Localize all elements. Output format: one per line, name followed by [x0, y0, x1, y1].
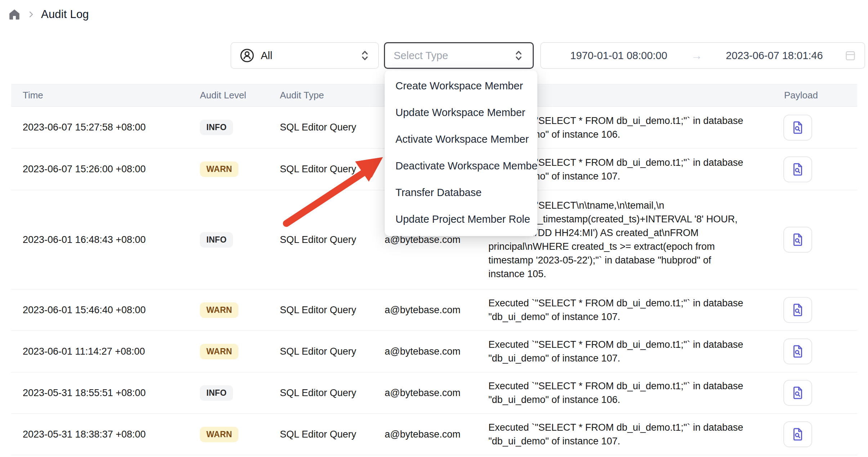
chevron-right-icon: [27, 10, 35, 19]
chevron-up-down-icon: [359, 49, 370, 62]
file-search-icon: [790, 344, 805, 359]
cell-audit-type: SQL Editor Query: [280, 429, 385, 440]
type-option[interactable]: Update Project Member Role: [385, 206, 537, 232]
table-row: 2023-05-31 18:38:37 +08:00 WARN SQL Edit…: [11, 414, 857, 455]
cell-actor: a@bytebase.com: [385, 387, 488, 399]
actor-filter-select[interactable]: All: [231, 42, 379, 69]
table-row: 2023-05-31 18:55:51 +08:00 INFO SQL Edit…: [11, 372, 857, 414]
cell-actor: a@bytebase.com: [385, 346, 488, 357]
header-audit-type: Audit Type: [280, 90, 385, 101]
breadcrumb: Audit Log: [8, 8, 89, 21]
level-badge: WARN: [200, 427, 238, 442]
view-payload-button[interactable]: [783, 115, 812, 141]
file-search-icon: [790, 385, 805, 400]
view-payload-button[interactable]: [783, 421, 812, 447]
home-icon[interactable]: [8, 8, 21, 21]
arrow-right-icon: →: [689, 49, 704, 62]
type-option[interactable]: Transfer Database: [385, 179, 537, 206]
table-row: 2023-06-01 11:14:27 +08:00 WARN SQL Edit…: [11, 331, 857, 372]
view-payload-button[interactable]: [783, 297, 812, 323]
file-search-icon: [790, 302, 805, 318]
level-badge: WARN: [200, 161, 238, 177]
level-badge: INFO: [200, 385, 233, 401]
cell-time: 2023-06-07 15:26:00 +08:00: [11, 164, 200, 175]
cell-audit-type: SQL Editor Query: [280, 305, 385, 316]
level-badge: INFO: [200, 120, 233, 135]
cell-audit-type: SQL Editor Query: [280, 122, 385, 133]
cell-audit-type: SQL Editor Query: [280, 164, 385, 175]
header-time: Time: [11, 90, 200, 101]
cell-time: 2023-05-31 18:55:51 +08:00: [11, 387, 200, 399]
calendar-icon: [844, 49, 856, 62]
file-search-icon: [790, 427, 805, 442]
cell-comment: Executed `"SELECT * FROM db_ui_demo.t1;"…: [488, 296, 782, 324]
file-search-icon: [790, 162, 805, 177]
view-payload-button[interactable]: [783, 156, 812, 182]
type-option[interactable]: Update Workspace Member: [385, 99, 537, 126]
cell-time: 2023-06-01 15:46:40 +08:00: [11, 305, 200, 316]
page-title: Audit Log: [41, 8, 89, 21]
chevron-up-down-icon: [513, 49, 524, 62]
date-range-picker[interactable]: 1970-01-01 08:00:00 → 2023-06-07 18:01:4…: [540, 42, 865, 69]
cell-comment: Executed `"SELECT * FROM db_ui_demo.t1;"…: [488, 338, 782, 365]
type-filter-select[interactable]: Select Type: [384, 42, 534, 69]
table-row: 2023-06-01 15:46:40 +08:00 WARN SQL Edit…: [11, 289, 857, 331]
actor-filter-value: All: [261, 50, 272, 62]
date-range-start[interactable]: 1970-01-01 08:00:00: [549, 50, 689, 62]
view-payload-button[interactable]: [783, 380, 812, 406]
file-search-icon: [790, 120, 805, 135]
view-payload-button[interactable]: [783, 338, 812, 364]
view-payload-button[interactable]: [783, 227, 812, 253]
person-circle-icon: [239, 48, 255, 63]
cell-comment: Executed `"SELECT * FROM db_ui_demo.t1;"…: [488, 379, 782, 407]
cell-actor: a@bytebase.com: [385, 429, 488, 440]
type-option[interactable]: Activate Workspace Member: [385, 126, 537, 152]
level-badge: INFO: [200, 232, 233, 248]
cell-actor: a@bytebase.com: [385, 305, 488, 316]
cell-time: 2023-05-31 18:38:37 +08:00: [11, 429, 200, 440]
type-select-dropdown: Create Workspace Member Update Workspace…: [385, 70, 537, 236]
level-badge: WARN: [200, 344, 238, 359]
header-audit-level: Audit Level: [200, 90, 280, 101]
type-option[interactable]: Create Workspace Member: [385, 72, 537, 99]
cell-time: 2023-06-01 11:14:27 +08:00: [11, 346, 200, 357]
level-badge: WARN: [200, 302, 238, 318]
cell-comment: Executed `"SELECT * FROM db_ui_demo.t1;"…: [488, 421, 782, 448]
cell-time: 2023-06-01 16:48:43 +08:00: [11, 234, 200, 245]
cell-audit-type: SQL Editor Query: [280, 234, 385, 245]
date-range-end[interactable]: 2023-06-07 18:01:46: [704, 50, 844, 62]
type-option[interactable]: Deactivate Workspace Member: [385, 152, 537, 179]
header-payload: Payload: [782, 90, 857, 101]
cell-audit-type: SQL Editor Query: [280, 387, 385, 399]
cell-time: 2023-06-07 15:27:58 +08:00: [11, 122, 200, 133]
type-filter-placeholder: Select Type: [394, 50, 448, 62]
file-search-icon: [790, 232, 805, 247]
cell-audit-type: SQL Editor Query: [280, 346, 385, 357]
